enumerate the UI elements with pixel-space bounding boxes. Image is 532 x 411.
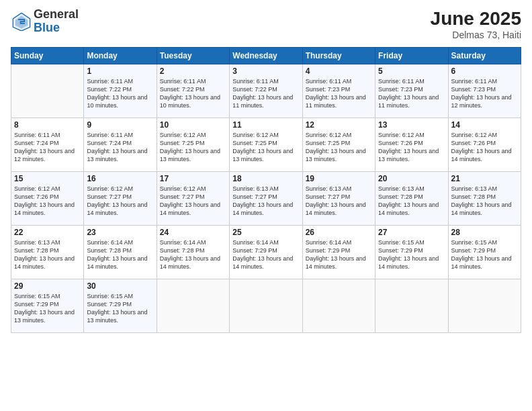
month-year: June 2025 xyxy=(431,8,521,30)
calendar-week-4: 22Sunrise: 6:13 AMSunset: 7:28 PMDayligh… xyxy=(11,226,521,279)
table-row: 17Sunrise: 6:12 AMSunset: 7:27 PMDayligh… xyxy=(157,172,229,226)
table-row: 20Sunrise: 6:13 AMSunset: 7:28 PMDayligh… xyxy=(375,172,448,226)
table-row: 14Sunrise: 6:12 AMSunset: 7:26 PMDayligh… xyxy=(448,118,521,172)
table-row: 3Sunrise: 6:11 AMSunset: 7:22 PMDaylight… xyxy=(230,64,302,118)
col-header-thursday: Thursday xyxy=(302,48,375,64)
day-info: Sunrise: 6:14 AMSunset: 7:29 PMDaylight:… xyxy=(232,238,299,271)
day-info: Sunrise: 6:11 AMSunset: 7:24 PMDaylight:… xyxy=(87,131,153,164)
day-info: Sunrise: 6:12 AMSunset: 7:26 PMDaylight:… xyxy=(378,131,445,164)
table-row: 19Sunrise: 6:13 AMSunset: 7:27 PMDayligh… xyxy=(302,172,375,226)
day-number: 5 xyxy=(378,66,445,76)
day-number: 9 xyxy=(87,120,153,130)
col-header-wednesday: Wednesday xyxy=(230,48,302,64)
table-row: 1Sunrise: 6:11 AMSunset: 7:22 PMDaylight… xyxy=(84,64,157,118)
day-number: 1 xyxy=(87,66,153,76)
table-row: 16Sunrise: 6:12 AMSunset: 7:27 PMDayligh… xyxy=(84,172,157,226)
table-row xyxy=(11,64,84,118)
day-info: Sunrise: 6:15 AMSunset: 7:29 PMDaylight:… xyxy=(451,238,518,271)
table-row: 13Sunrise: 6:12 AMSunset: 7:26 PMDayligh… xyxy=(375,118,448,172)
table-row: 9Sunrise: 6:11 AMSunset: 7:24 PMDaylight… xyxy=(84,118,157,172)
day-number: 17 xyxy=(160,174,226,183)
day-info: Sunrise: 6:15 AMSunset: 7:29 PMDaylight:… xyxy=(14,292,81,325)
table-row xyxy=(375,279,448,333)
day-number: 10 xyxy=(160,120,226,130)
day-info: Sunrise: 6:14 AMSunset: 7:28 PMDaylight:… xyxy=(160,238,226,271)
day-info: Sunrise: 6:15 AMSunset: 7:29 PMDaylight:… xyxy=(87,292,153,325)
day-number: 3 xyxy=(232,66,299,76)
day-info: Sunrise: 6:15 AMSunset: 7:29 PMDaylight:… xyxy=(378,238,445,271)
table-row: 21Sunrise: 6:13 AMSunset: 7:28 PMDayligh… xyxy=(448,172,521,226)
day-info: Sunrise: 6:12 AMSunset: 7:26 PMDaylight:… xyxy=(451,131,518,164)
page: General Blue June 2025 Delmas 73, Haiti … xyxy=(0,0,532,411)
day-number: 14 xyxy=(451,120,518,130)
table-row: 11Sunrise: 6:12 AMSunset: 7:25 PMDayligh… xyxy=(230,118,302,172)
day-number: 19 xyxy=(306,174,372,183)
day-info: Sunrise: 6:12 AMSunset: 7:27 PMDaylight:… xyxy=(160,185,226,218)
table-row: 5Sunrise: 6:11 AMSunset: 7:23 PMDaylight… xyxy=(375,64,448,118)
col-header-sunday: Sunday xyxy=(11,48,84,64)
title-section: June 2025 Delmas 73, Haiti xyxy=(431,8,521,40)
day-number: 13 xyxy=(378,120,445,130)
day-info: Sunrise: 6:11 AMSunset: 7:24 PMDaylight:… xyxy=(14,131,81,164)
day-number: 18 xyxy=(232,174,299,183)
calendar-week-1: 1Sunrise: 6:11 AMSunset: 7:22 PMDaylight… xyxy=(11,64,521,118)
day-info: Sunrise: 6:14 AMSunset: 7:29 PMDaylight:… xyxy=(306,238,372,271)
day-number: 28 xyxy=(451,228,518,237)
calendar-table: SundayMondayTuesdayWednesdayThursdayFrid… xyxy=(11,47,521,333)
day-info: Sunrise: 6:11 AMSunset: 7:23 PMDaylight:… xyxy=(451,77,518,110)
calendar-week-5: 29Sunrise: 6:15 AMSunset: 7:29 PMDayligh… xyxy=(11,279,521,333)
day-info: Sunrise: 6:12 AMSunset: 7:25 PMDaylight:… xyxy=(232,131,299,164)
table-row: 25Sunrise: 6:14 AMSunset: 7:29 PMDayligh… xyxy=(230,226,302,279)
day-info: Sunrise: 6:11 AMSunset: 7:23 PMDaylight:… xyxy=(378,77,445,110)
day-info: Sunrise: 6:12 AMSunset: 7:27 PMDaylight:… xyxy=(87,185,153,218)
day-number: 4 xyxy=(306,66,372,76)
col-header-monday: Monday xyxy=(84,48,157,64)
day-number: 12 xyxy=(306,120,372,130)
logo-general-text: General xyxy=(34,8,79,21)
table-row xyxy=(302,279,375,333)
day-info: Sunrise: 6:12 AMSunset: 7:25 PMDaylight:… xyxy=(160,131,226,164)
calendar-week-3: 15Sunrise: 6:12 AMSunset: 7:26 PMDayligh… xyxy=(11,172,521,226)
location: Delmas 73, Haiti xyxy=(431,30,521,40)
table-row: 4Sunrise: 6:11 AMSunset: 7:23 PMDaylight… xyxy=(302,64,375,118)
day-number: 8 xyxy=(14,120,81,130)
table-row: 8Sunrise: 6:11 AMSunset: 7:24 PMDaylight… xyxy=(11,118,84,172)
day-info: Sunrise: 6:13 AMSunset: 7:27 PMDaylight:… xyxy=(306,185,372,218)
day-info: Sunrise: 6:13 AMSunset: 7:27 PMDaylight:… xyxy=(232,185,299,218)
day-info: Sunrise: 6:11 AMSunset: 7:22 PMDaylight:… xyxy=(232,77,299,110)
col-header-tuesday: Tuesday xyxy=(157,48,229,64)
table-row: 2Sunrise: 6:11 AMSunset: 7:22 PMDaylight… xyxy=(157,64,229,118)
table-row xyxy=(448,279,521,333)
table-row: 29Sunrise: 6:15 AMSunset: 7:29 PMDayligh… xyxy=(11,279,84,333)
col-header-saturday: Saturday xyxy=(448,48,521,64)
day-number: 30 xyxy=(87,281,153,291)
day-number: 6 xyxy=(451,66,518,76)
table-row: 28Sunrise: 6:15 AMSunset: 7:29 PMDayligh… xyxy=(448,226,521,279)
table-row: 30Sunrise: 6:15 AMSunset: 7:29 PMDayligh… xyxy=(84,279,157,333)
col-header-friday: Friday xyxy=(375,48,448,64)
day-info: Sunrise: 6:11 AMSunset: 7:22 PMDaylight:… xyxy=(87,77,153,110)
table-row xyxy=(230,279,302,333)
header: General Blue June 2025 Delmas 73, Haiti xyxy=(11,8,521,40)
day-number: 20 xyxy=(378,174,445,183)
day-number: 26 xyxy=(306,228,372,237)
day-number: 24 xyxy=(160,228,226,237)
day-info: Sunrise: 6:13 AMSunset: 7:28 PMDaylight:… xyxy=(378,185,445,218)
logo: General Blue xyxy=(11,8,79,35)
day-info: Sunrise: 6:11 AMSunset: 7:22 PMDaylight:… xyxy=(160,77,226,110)
day-number: 29 xyxy=(14,281,81,291)
day-info: Sunrise: 6:12 AMSunset: 7:25 PMDaylight:… xyxy=(306,131,372,164)
day-number: 22 xyxy=(14,228,81,237)
table-row: 6Sunrise: 6:11 AMSunset: 7:23 PMDaylight… xyxy=(448,64,521,118)
day-number: 23 xyxy=(87,228,153,237)
table-row: 22Sunrise: 6:13 AMSunset: 7:28 PMDayligh… xyxy=(11,226,84,279)
day-number: 25 xyxy=(232,228,299,237)
day-number: 16 xyxy=(87,174,153,183)
table-row: 18Sunrise: 6:13 AMSunset: 7:27 PMDayligh… xyxy=(230,172,302,226)
table-row: 26Sunrise: 6:14 AMSunset: 7:29 PMDayligh… xyxy=(302,226,375,279)
day-number: 27 xyxy=(378,228,445,237)
table-row: 24Sunrise: 6:14 AMSunset: 7:28 PMDayligh… xyxy=(157,226,229,279)
day-number: 21 xyxy=(451,174,518,183)
day-info: Sunrise: 6:12 AMSunset: 7:26 PMDaylight:… xyxy=(14,185,81,218)
day-number: 2 xyxy=(160,66,226,76)
